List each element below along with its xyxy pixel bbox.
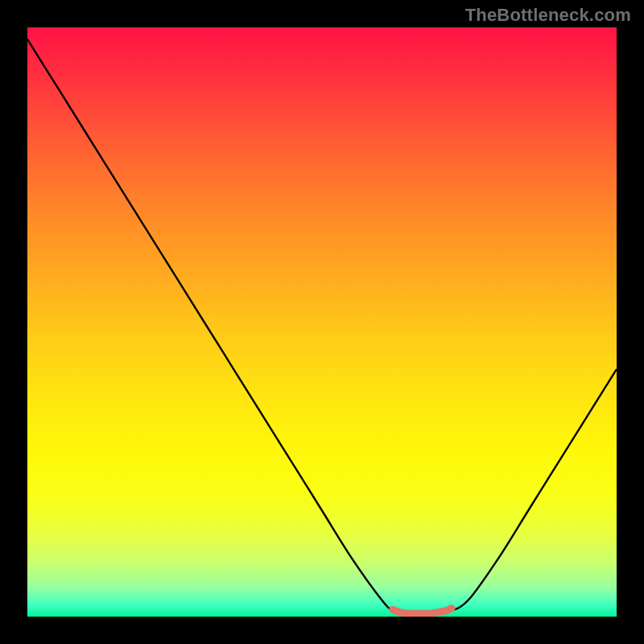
chart-svg — [27, 27, 617, 617]
optimal-range-path — [393, 609, 452, 614]
bottleneck-curve-path — [27, 39, 617, 614]
plot-area — [27, 27, 617, 617]
bottleneck-chart: TheBottleneck.com — [0, 0, 644, 644]
watermark-text: TheBottleneck.com — [465, 5, 631, 26]
